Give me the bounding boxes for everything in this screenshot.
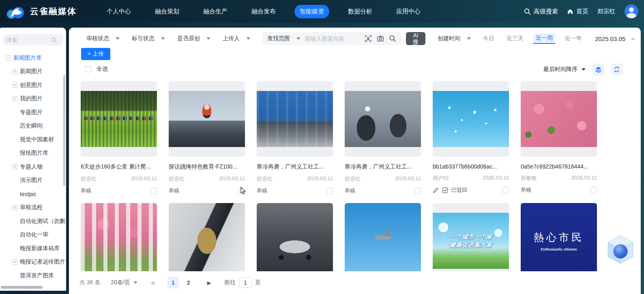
username[interactable]: 郑宗红	[597, 8, 616, 15]
expand-icon[interactable]: +	[12, 69, 17, 74]
quick-range-3[interactable]: 近一周	[533, 33, 555, 44]
upload-button[interactable]: + 上传	[81, 48, 110, 60]
sidebar-search-box[interactable]	[3, 34, 63, 45]
page-number-1[interactable]: 1	[167, 277, 179, 288]
expand-icon[interactable]: +	[12, 82, 17, 88]
card-title[interactable]: 探访跳绳特色教育-FZ100...	[169, 163, 245, 171]
keyword-search-input[interactable]	[305, 35, 361, 42]
nav-item-5[interactable]: 智能媒资	[294, 5, 329, 18]
card-date: 2025.03.11	[571, 175, 597, 182]
image-thumbnail[interactable]	[169, 203, 245, 279]
tree-item[interactable]: 报纸图片库	[0, 147, 66, 160]
image-thumbnail[interactable]	[345, 203, 421, 279]
card-checkbox[interactable]	[590, 187, 597, 193]
nav-item-6[interactable]: 数据分析	[343, 5, 378, 18]
page-size-select[interactable]: 20条/页	[111, 279, 137, 286]
tree-item[interactable]: +新闻图片	[0, 65, 66, 79]
home-button[interactable]: 首页	[567, 8, 588, 15]
tree-item[interactable]: 晚报新媒体稿库	[0, 242, 66, 255]
tree-item[interactable]: +审核流程	[0, 201, 66, 215]
expand-icon[interactable]: +	[12, 259, 17, 265]
filter-original[interactable]: 是否原创	[177, 35, 210, 42]
tree-item[interactable]: +专题人物	[0, 160, 66, 174]
tree-item[interactable]: +创意图片	[0, 78, 66, 92]
expand-icon[interactable]: +	[12, 164, 17, 169]
image-search-camera-icon[interactable]	[377, 35, 384, 42]
sidebar-search-icon[interactable]	[51, 37, 57, 43]
card-title[interactable]: 6天徒步160多公里 累计爬...	[81, 163, 157, 171]
nav-item-7[interactable]: 应用中心	[391, 5, 426, 18]
tree-item[interactable]: +晚报记者远传图片	[0, 255, 66, 269]
image-thumbnail[interactable]: 一个城市一个家健康促进靠大家	[433, 203, 509, 279]
date-to[interactable]: 2025.03.11	[640, 35, 641, 42]
image-thumbnail[interactable]	[81, 203, 157, 279]
card-checkbox[interactable]	[414, 188, 421, 194]
tree-item[interactable]: 专题图片	[0, 106, 66, 119]
filter-audit-status[interactable]: 审核状态	[86, 35, 120, 42]
face-search-icon[interactable]	[365, 35, 372, 42]
collapse-icon[interactable]: −	[6, 55, 11, 61]
filter-uploader[interactable]: 上传人	[223, 35, 250, 42]
advanced-search-button[interactable]: 高级搜索	[524, 8, 558, 15]
image-thumbnail[interactable]	[257, 81, 333, 157]
nav-item-3[interactable]: 融合生产	[198, 5, 233, 18]
image-thumbnail[interactable]	[81, 81, 157, 157]
sidebar-search-input[interactable]	[6, 37, 51, 43]
image-thumbnail[interactable]	[257, 203, 333, 279]
quick-range-1[interactable]: 今日	[481, 34, 497, 43]
card-title[interactable]: bb1ab3377b6b00d06ac...	[433, 163, 509, 170]
next-page-button[interactable]: ▶	[205, 280, 214, 286]
ai-search-button[interactable]: AI搜索	[406, 32, 425, 45]
ai-assistant-cube-widget[interactable]	[605, 230, 635, 269]
expand-icon[interactable]: +	[12, 205, 17, 210]
tree-item[interactable]: −新闻图片库	[0, 51, 66, 65]
search-tool-icons	[365, 35, 396, 42]
tree-item[interactable]: +我的图片	[0, 92, 66, 106]
brand[interactable]: 云雀融媒体	[6, 4, 77, 19]
edit-pencil-icon[interactable]	[433, 187, 439, 193]
card-title[interactable]: 寒冷再袭，广州义工社工...	[345, 163, 421, 171]
sidebar-vertical-scrollbar[interactable]	[63, 75, 65, 186]
create-time-select[interactable]: 创建时间	[438, 35, 471, 42]
tree-item[interactable]: 视觉中国素材	[0, 133, 66, 147]
layout-layers-button[interactable]	[592, 63, 604, 76]
tree-item[interactable]: 自动化一审	[0, 228, 66, 242]
goto-page-input[interactable]	[239, 277, 252, 288]
nav-item-1[interactable]: 个人中心	[101, 5, 136, 18]
main-nav: 个人中心融合策划融合生产融合发布智能媒资数据分析应用中心	[101, 5, 426, 18]
nav-item-2[interactable]: 融合策划	[150, 5, 185, 18]
card-checkbox[interactable]	[326, 188, 333, 194]
page-number-2[interactable]: 2	[183, 277, 194, 288]
filter-index-status[interactable]: 标引状态	[132, 35, 165, 42]
tree-item[interactable]: 演示图片	[0, 174, 66, 188]
tree-item[interactable]: testpic	[0, 187, 66, 201]
card-checkbox[interactable]	[502, 187, 509, 193]
keyword-search-icon[interactable]	[389, 35, 396, 42]
refresh-button[interactable]	[611, 63, 623, 76]
checked-box-icon[interactable]	[442, 187, 448, 193]
filter-label: 是否原创	[177, 35, 200, 42]
user-avatar[interactable]	[625, 4, 638, 18]
sidebar-horizontal-scrollbar[interactable]	[1, 286, 43, 289]
quick-range-4[interactable]: 近一年	[562, 34, 584, 43]
card-checkbox[interactable]	[238, 188, 245, 194]
image-thumbnail[interactable]	[169, 81, 245, 157]
sort-select[interactable]: 最后时间降序	[543, 66, 586, 73]
card-title[interactable]: 0a5e7c6922b467816444...	[521, 163, 597, 170]
search-scope-select[interactable]: 查找范围	[267, 35, 301, 42]
quick-range-2[interactable]: 近三天	[504, 34, 526, 43]
card-title[interactable]: 寒冷再袭，广州义工社工...	[257, 163, 333, 171]
date-from[interactable]: 2025.03.05	[595, 35, 625, 42]
prev-page-button[interactable]: ◀	[148, 280, 157, 286]
expand-icon[interactable]: +	[12, 96, 17, 102]
nav-item-4[interactable]: 融合发布	[246, 5, 281, 18]
tree-item[interactable]: 历史瞬间	[0, 119, 66, 133]
image-thumbnail[interactable]	[345, 81, 421, 157]
image-thumbnail[interactable]	[521, 81, 597, 157]
tree-item[interactable]: 普洱资产图库	[0, 269, 66, 283]
tree-item[interactable]: 自动化测试（勿删	[0, 214, 66, 228]
card-checkbox[interactable]	[150, 188, 157, 194]
image-thumbnail[interactable]	[433, 81, 509, 157]
image-thumbnail[interactable]: 熱心市民Enthusiastic citizens	[521, 203, 597, 279]
select-all-checkbox[interactable]	[85, 66, 92, 72]
